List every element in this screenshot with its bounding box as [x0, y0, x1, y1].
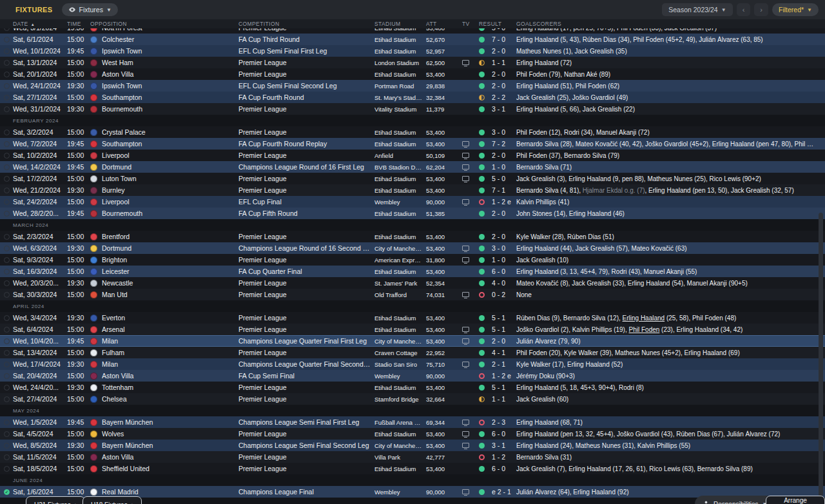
team-badge — [90, 465, 97, 472]
view-selector-button[interactable]: Fixtures ▼ — [62, 3, 118, 16]
match-played-check-icon: ✓ — [4, 489, 10, 495]
fixture-row[interactable]: Sat, 2/3/202415:00BrentfordPremier Leagu… — [0, 231, 825, 242]
season-selector[interactable]: Season 2023/24 ▼ — [662, 3, 732, 16]
goalscorer-segment: Phil Foden (79), Nathan Aké (89) — [516, 71, 610, 78]
fixture-row[interactable]: Wed, 1/5/202419:45Bayern MünchenChampion… — [0, 416, 825, 428]
opposition-cell: Dortmund — [102, 163, 238, 171]
fixture-row[interactable]: Wed, 21/2/202419:30BurnleyPremier League… — [0, 184, 825, 196]
goalscorer-segment: Erling Haaland (24), Matheus Nunes (31),… — [516, 442, 690, 449]
next-season-button[interactable]: › — [754, 3, 768, 16]
result-indicator-cell — [479, 431, 492, 437]
match-status-icon — [4, 72, 10, 77]
fixture-row[interactable]: Wed, 10/1/202419:45Ipswich TownEFL Cup S… — [0, 45, 825, 57]
result-cell: e 2 - 1 — [492, 488, 516, 496]
column-tv[interactable]: TV — [462, 21, 479, 27]
column-competition[interactable]: COMPETITION — [238, 21, 374, 27]
competition-cell: Champions League Round of 16 Second Leg — [238, 244, 374, 252]
goalscorers-cell: Joško Gvardiol (2), Kalvin Phillips (19)… — [516, 326, 819, 333]
fixture-row[interactable]: Sat, 9/3/202415:00BrightonPremier League… — [0, 254, 825, 266]
fixture-row[interactable]: Wed, 6/3/202419:30DortmundChampions Leag… — [0, 242, 825, 254]
time-cell: 15:00 — [67, 349, 90, 356]
fixture-row[interactable]: Wed, 3/4/202419:30EvertonPremier LeagueE… — [0, 312, 825, 324]
fixture-row[interactable]: Wed, 28/2/20...19:45BournemouthFA Cup Fi… — [0, 208, 825, 219]
competition-cell: Premier League — [238, 186, 374, 194]
responsibilities-button[interactable]: Responsibilities ▼ — [695, 496, 775, 504]
team-badge — [90, 268, 97, 275]
fixture-row[interactable]: Wed, 24/1/202419:30Ipswich TownEFL Cup S… — [0, 80, 825, 92]
attendance-cell: 90,000 — [426, 373, 462, 380]
competition-cell: Premier League — [238, 395, 374, 403]
column-stadium[interactable]: STADIUM — [374, 21, 426, 27]
fixture-row[interactable]: Sat, 17/2/202415:00Luton TownPremier Lea… — [0, 173, 825, 184]
result-cell: 7 - 2 — [492, 140, 516, 148]
team-badge — [90, 48, 97, 55]
goalscorers-cell: Phil Foden (37), Bernardo Silva (79) — [516, 152, 819, 159]
month-header: MAY 2024 — [0, 405, 825, 416]
fixture-row[interactable]: Wed, 20/3/20...19:30NewcastlePremier Lea… — [0, 277, 825, 289]
time-cell: 15:00 — [67, 175, 90, 182]
vertical-scrollbar-thumb[interactable] — [819, 213, 823, 496]
column-result[interactable]: RESULT — [479, 21, 516, 27]
date-cell: Wed, 21/2/2024 — [13, 186, 67, 194]
fixture-row[interactable]: Sat, 20/1/202415:00Aston VillaPremier Le… — [0, 68, 825, 80]
match-status-icon — [4, 443, 10, 449]
fixture-row[interactable]: Sat, 10/2/202415:00LiverpoolPremier Leag… — [0, 150, 825, 161]
column-goalscorers[interactable]: GOALSCORERS — [516, 21, 819, 27]
result-indicator-cell — [479, 60, 492, 66]
result-indicator-cell — [479, 130, 492, 135]
fixture-row[interactable]: Sat, 6/1/202415:00ColchesterFA Cup Third… — [0, 34, 825, 45]
fixture-row[interactable]: Sat, 11/5/202415:00Aston VillaPremier Le… — [0, 451, 825, 463]
fixture-row[interactable]: Sat, 6/4/202415:00ArsenalPremier LeagueE… — [0, 324, 825, 335]
match-status-icon — [4, 350, 10, 356]
fixture-row[interactable]: Sat, 27/4/202415:00ChelseaPremier League… — [0, 393, 825, 405]
time-cell: 15:00 — [67, 35, 90, 43]
goalscorer-segment: Bernardo Silva (71) — [516, 164, 572, 171]
fixture-row[interactable]: Wed, 24/4/20...19:30TottenhamPremier Lea… — [0, 382, 825, 393]
win-indicator-icon — [479, 338, 485, 344]
tv-icon — [462, 246, 469, 251]
time-cell: 19:30 — [67, 82, 90, 90]
u18-fixtures-label: U18 Fixtures — [91, 501, 128, 504]
column-att[interactable]: ATT — [426, 21, 462, 27]
result-cell: 6 - 0 — [492, 430, 516, 438]
fixture-row[interactable]: Sat, 20/4/202415:00Aston VillaFA Cup Sem… — [0, 370, 825, 382]
draw-indicator-icon — [479, 60, 485, 66]
fixture-row[interactable]: Sat, 30/3/202415:00Man UtdPremier League… — [0, 289, 825, 300]
fixture-row[interactable]: Sat, 4/5/202415:00WolvesPremier LeagueEt… — [0, 428, 825, 440]
fixture-row[interactable]: Wed, 10/4/20...19:45MilanChampions Leagu… — [0, 335, 825, 347]
goalscorer-segment: Matheus Nunes (1), Jack Grealish (35) — [516, 48, 627, 55]
fixture-row[interactable]: Wed, 14/2/202419:45DortmundChampions Lea… — [0, 161, 825, 173]
fixture-row[interactable]: Sat, 3/2/202415:00Crystal PalacePremier … — [0, 126, 825, 138]
fixture-row[interactable]: Wed, 7/2/202419:45SouthamptonFA Cup Four… — [0, 138, 825, 150]
time-cell: 15:00 — [67, 256, 90, 264]
fixture-row[interactable]: Sat, 13/1/202415:00West HamPremier Leagu… — [0, 57, 825, 68]
fixture-row[interactable]: Wed, 3/1/202419:30Nott'm ForestPremier L… — [0, 28, 825, 34]
fixture-row[interactable]: Sat, 13/4/202415:00FulhamPremier LeagueC… — [0, 347, 825, 358]
opposition-cell: Crystal Palace — [102, 128, 238, 136]
tv-icon — [462, 489, 469, 494]
prev-season-button[interactable]: ‹ — [737, 3, 751, 16]
opposition-cell: Tottenham — [102, 383, 238, 391]
column-opposition[interactable]: OPPOSITION — [90, 21, 238, 27]
u18-fixtures-button[interactable]: U18 Fixtures › — [82, 496, 142, 504]
fixture-row[interactable]: Sat, 27/1/202415:00SouthamptonFA Cup Fou… — [0, 92, 825, 103]
fixture-row[interactable]: Wed, 8/5/202419:30Bayern MünchenChampion… — [0, 440, 825, 451]
arrange-friendly-button[interactable]: Arrange Friendly — [766, 496, 825, 504]
match-status-icon — [4, 188, 10, 193]
fixture-row[interactable]: Sat, 18/5/202415:00Sheffield UnitedPremi… — [0, 463, 825, 474]
opposition-cell: Aston Villa — [102, 70, 238, 78]
column-date[interactable]: DATE▲ — [13, 21, 67, 27]
opposition-cell: Southampton — [102, 140, 238, 148]
goalscorers-cell: Phil Foden (12), Rodri (34), Manuel Akan… — [516, 129, 819, 136]
column-time[interactable]: TIME — [67, 21, 90, 27]
date-cell: Wed, 17/4/2024 — [13, 360, 67, 368]
fixture-row[interactable]: Wed, 17/4/202419:30MilanChampions League… — [0, 358, 825, 370]
opposition-cell: Wolves — [102, 430, 238, 438]
fixture-row[interactable]: Wed, 31/1/202419:30BournemouthPremier Le… — [0, 103, 825, 115]
result-indicator-cell — [479, 257, 492, 263]
filter-button[interactable]: Filtered* ▼ — [772, 3, 819, 16]
u21-fixtures-button[interactable]: U21 Fixtures › — [26, 496, 85, 504]
team-badge — [90, 442, 97, 449]
fixture-row[interactable]: Sat, 16/3/202415:00LeicesterFA Cup Quart… — [0, 266, 825, 277]
fixture-row[interactable]: Sat, 24/2/202415:00LiverpoolEFL Cup Fina… — [0, 196, 825, 208]
